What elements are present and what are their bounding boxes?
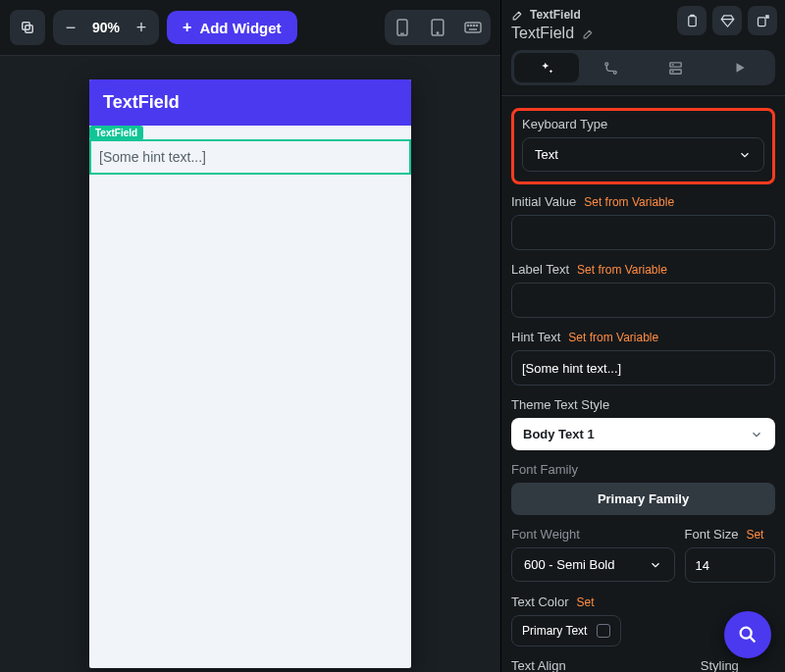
keyboard-type-select[interactable]: Text	[522, 137, 764, 172]
add-panel-button[interactable]	[748, 6, 777, 35]
layers-icon	[19, 19, 36, 36]
tab-play[interactable]	[707, 53, 772, 82]
zoom-control: − 90% +	[53, 10, 159, 45]
edit-icon	[511, 9, 524, 22]
svg-point-14	[605, 62, 608, 65]
font-weight-select[interactable]: 600 - Semi Bold	[511, 547, 675, 582]
inspector-tabs	[511, 50, 775, 85]
keyboard-icon	[464, 22, 482, 33]
svg-point-9	[473, 25, 474, 26]
initial-value-label: Initial Value	[511, 194, 576, 209]
add-panel-icon	[756, 14, 770, 28]
tablet-icon	[430, 19, 445, 36]
initial-value-input[interactable]	[511, 215, 775, 250]
help-fab[interactable]	[724, 611, 771, 658]
svg-point-5	[437, 32, 438, 33]
text-color-label: Text Color	[511, 594, 569, 609]
theme-text-style-label: Theme Text Style	[511, 397, 609, 412]
add-widget-button[interactable]: + Add Widget	[167, 11, 297, 44]
clipboard-button[interactable]	[677, 6, 706, 35]
font-size-set[interactable]: Set	[746, 528, 763, 542]
inspector-header: TextField TextField	[501, 0, 785, 96]
inspector-title: TextField	[511, 25, 574, 42]
font-weight-field: Font Weight 600 - Semi Bold	[511, 527, 675, 583]
label-text-label: Label Text	[511, 262, 569, 277]
theme-text-style-select[interactable]: Body Text 1	[511, 418, 775, 450]
svg-rect-12	[688, 16, 696, 26]
text-color-value: Primary Text	[522, 624, 587, 638]
font-family-button[interactable]: Primary Family	[511, 483, 775, 515]
tab-actions[interactable]	[579, 53, 644, 82]
svg-point-18	[672, 64, 673, 65]
clipboard-icon	[685, 14, 700, 28]
label-text-field: Label Text Set from Variable	[511, 262, 775, 318]
font-size-field: Font Size Set	[685, 527, 776, 583]
breadcrumb-label: TextField	[530, 8, 581, 22]
inspector-panel: TextField TextField	[500, 0, 785, 672]
device-keyboard-button[interactable]	[458, 13, 488, 42]
font-size-input[interactable]	[685, 547, 776, 583]
svg-rect-13	[758, 17, 765, 26]
chevron-down-icon	[750, 428, 763, 441]
hint-text-field: Hint Text Set from Variable	[511, 330, 775, 386]
svg-point-8	[470, 25, 471, 26]
branch-icon	[602, 60, 619, 77]
play-icon	[733, 61, 747, 75]
widget-tag: TextField	[89, 126, 143, 140]
search-icon	[737, 624, 759, 646]
textfield-hint: [Some hint text...]	[99, 149, 206, 165]
font-weight-value: 600 - Semi Bold	[524, 557, 615, 572]
font-family-field: Font Family Primary Family	[511, 462, 775, 515]
device-preview-group	[385, 10, 491, 45]
keyboard-type-value: Text	[535, 147, 558, 162]
label-text-input[interactable]	[511, 283, 775, 318]
device-frame: TextField TextField [Some hint text...]	[89, 79, 411, 668]
pencil-icon[interactable]	[582, 27, 595, 40]
zoom-in-button[interactable]: +	[126, 12, 157, 43]
svg-point-15	[613, 71, 616, 74]
device-mobile-button[interactable]	[388, 13, 417, 42]
diamond-icon	[720, 14, 735, 28]
font-size-label: Font Size	[685, 527, 739, 542]
zoom-value: 90%	[86, 20, 126, 35]
textfield-box[interactable]: [Some hint text...]	[89, 139, 411, 175]
font-weight-label: Font Weight	[511, 527, 580, 542]
hint-text-input[interactable]	[511, 350, 775, 386]
theme-text-style-field: Theme Text Style Body Text 1	[511, 397, 775, 450]
app-bar: TextField	[89, 79, 411, 126]
inspector-body[interactable]: Keyboard Type Text Initial Value Set fro…	[501, 96, 785, 672]
chevron-down-icon	[738, 148, 752, 162]
color-swatch	[597, 624, 610, 638]
keyboard-type-field: Keyboard Type Text	[511, 108, 775, 184]
text-align-field: Text Align	[511, 658, 691, 672]
svg-rect-17	[670, 69, 681, 73]
tab-backend[interactable]	[644, 53, 708, 82]
label-text-set-variable[interactable]: Set from Variable	[577, 263, 667, 277]
hint-text-set-variable[interactable]: Set from Variable	[568, 331, 658, 344]
diamond-button[interactable]	[712, 6, 742, 35]
svg-rect-16	[670, 62, 681, 66]
top-toolbar: − 90% + + Add Widget	[0, 0, 500, 56]
svg-line-33	[750, 637, 755, 642]
chevron-down-icon	[649, 558, 662, 572]
textfield-widget[interactable]: TextField [Some hint text...]	[89, 126, 411, 175]
hint-text-label: Hint Text	[511, 330, 560, 344]
device-tablet-button[interactable]	[423, 13, 452, 42]
keyboard-type-label: Keyboard Type	[522, 117, 607, 131]
zoom-out-button[interactable]: −	[55, 12, 86, 43]
styling-field: Styling I	[701, 658, 775, 672]
tab-style[interactable]	[514, 53, 579, 82]
text-color-set[interactable]: Set	[577, 595, 595, 609]
text-align-label: Text Align	[511, 658, 566, 672]
layers-button[interactable]	[10, 10, 45, 45]
svg-rect-6	[465, 23, 481, 32]
wand-icon	[538, 60, 554, 77]
canvas[interactable]: TextField TextField [Some hint text...]	[0, 56, 500, 672]
text-color-chip[interactable]: Primary Text	[511, 615, 621, 646]
font-family-label: Font Family	[511, 462, 578, 477]
database-icon	[667, 60, 684, 77]
svg-point-32	[741, 628, 752, 639]
app-bar-title: TextField	[103, 92, 180, 112]
initial-value-set-variable[interactable]: Set from Variable	[584, 195, 674, 209]
svg-point-19	[672, 71, 673, 72]
